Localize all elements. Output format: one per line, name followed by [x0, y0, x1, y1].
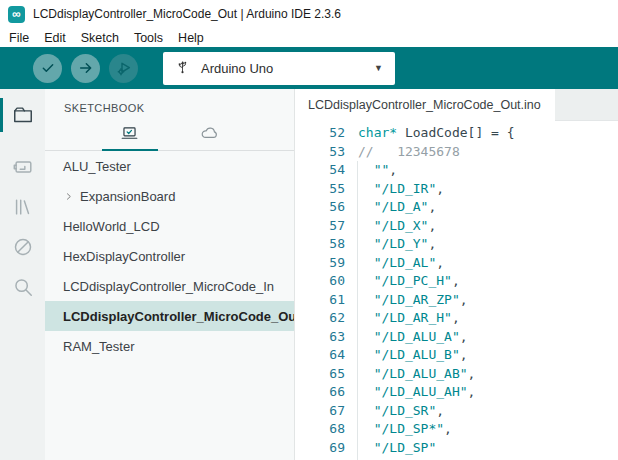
menu-sketch[interactable]: Sketch: [81, 31, 119, 45]
code-line[interactable]: 64 "/LD_ALU_B",: [295, 346, 618, 365]
code-line[interactable]: 55 "/LD_IR",: [295, 180, 618, 199]
sketch-item-ALU_Tester[interactable]: ALU_Tester: [45, 151, 294, 181]
code-text: "/LD_PC_H",: [345, 272, 460, 291]
window-title: LCDdisplayController_MicroCode_Out | Ard…: [33, 7, 341, 21]
code-editor[interactable]: 52char* LoadCode[] = {53// 1234567854 ""…: [295, 121, 618, 460]
editor-tab-active[interactable]: LCDdisplayController_MicroCode_Out.ino: [295, 89, 555, 121]
code-text: "/LD_ALU_AH",: [345, 383, 475, 402]
activity-debug[interactable]: [0, 227, 45, 267]
code-text: char* LoadCode[] = {: [345, 124, 515, 143]
activity-boards-manager[interactable]: [0, 147, 45, 187]
line-number: 68: [295, 420, 345, 439]
sketch-list: ALU_TesterExpansionBoardHelloWorld_LCDHe…: [45, 151, 294, 460]
upload-button[interactable]: [71, 54, 100, 83]
search-icon: [12, 276, 34, 298]
code-text: "/LD_SP": [345, 439, 436, 458]
sketch-item-ExpansionBoard[interactable]: ExpansionBoard: [45, 181, 294, 211]
sketchbook-panel: SKETCHBOOK ALU_TesterExpansionBoardHello…: [45, 89, 295, 460]
code-text: "/LD_ALU_B",: [345, 346, 468, 365]
editor-tab-bar: LCDdisplayController_MicroCode_Out.ino: [295, 89, 618, 121]
line-number: 66: [295, 383, 345, 402]
code-line[interactable]: 69 "/LD_SP": [295, 439, 618, 458]
code-line[interactable]: 62 "/LD_AR_H",: [295, 309, 618, 328]
code-text: "/LD_SR",: [345, 402, 444, 421]
code-text: "/LD_A",: [345, 198, 436, 217]
caret-down-icon: ▼: [374, 63, 383, 73]
sketch-item-label: HelloWorld_LCD: [63, 219, 160, 234]
sketchbook-tabs: [45, 116, 294, 151]
line-number: 59: [295, 254, 345, 273]
code-text: "/LD_AR_ZP",: [345, 291, 468, 310]
tab-cloud-sketchbook[interactable]: [170, 116, 250, 150]
laptop-icon: [120, 124, 139, 143]
code-line[interactable]: 53// 12345678: [295, 143, 618, 162]
line-number: 69: [295, 439, 345, 458]
menu-edit[interactable]: Edit: [44, 31, 66, 45]
line-number: 61: [295, 291, 345, 310]
code-line[interactable]: 67 "/LD_SR",: [295, 402, 618, 421]
sketch-item-LCDdisplayController_MicroCode_In[interactable]: LCDdisplayController_MicroCode_In: [45, 271, 294, 301]
library-icon: [12, 196, 34, 218]
sketch-item-label: ExpansionBoard: [80, 189, 175, 204]
code-text: // 12345678: [345, 143, 460, 162]
main-area: SKETCHBOOK ALU_TesterExpansionBoardHello…: [0, 89, 618, 460]
code-line[interactable]: 61 "/LD_AR_ZP",: [295, 291, 618, 310]
toolbar-buttons: [33, 54, 147, 83]
sketch-item-LCDdisplayController_MicroCode_Out[interactable]: LCDdisplayController_MicroCode_Out: [45, 301, 294, 331]
activity-search[interactable]: [0, 267, 45, 307]
debug-button[interactable]: [109, 54, 138, 83]
line-number: 63: [295, 328, 345, 347]
code-line[interactable]: 68 "/LD_SP*",: [295, 420, 618, 439]
code-line[interactable]: 66 "/LD_ALU_AH",: [295, 383, 618, 402]
board-icon: [12, 156, 34, 178]
menu-help[interactable]: Help: [178, 31, 204, 45]
menu-tools[interactable]: Tools: [134, 31, 163, 45]
line-number: 65: [295, 365, 345, 384]
code-text: "/LD_IR",: [345, 180, 444, 199]
line-number: 60: [295, 272, 345, 291]
menu-file[interactable]: File: [9, 31, 29, 45]
board-selector-dropdown[interactable]: Arduino Uno ▼: [163, 52, 395, 85]
sketch-item-label: RAM_Tester: [63, 339, 135, 354]
arduino-infinity-icon: ∞: [8, 6, 25, 23]
code-line[interactable]: 59 "/LD_AL",: [295, 254, 618, 273]
sketch-item-HelloWorld_LCD[interactable]: HelloWorld_LCD: [45, 211, 294, 241]
sketch-item-RAM_Tester[interactable]: RAM_Tester: [45, 331, 294, 361]
toolbar: Arduino Uno ▼: [0, 47, 618, 89]
code-line[interactable]: 56 "/LD_A",: [295, 198, 618, 217]
code-line[interactable]: 58 "/LD_Y",: [295, 235, 618, 254]
activity-sketchbook[interactable]: [0, 95, 45, 135]
code-line[interactable]: 65 "/LD_ALU_AB",: [295, 365, 618, 384]
sketch-item-HexDisplayController[interactable]: HexDisplayController: [45, 241, 294, 271]
code-text: "",: [345, 161, 397, 180]
code-text: "/LD_AL",: [345, 254, 444, 273]
activity-library-manager[interactable]: [0, 187, 45, 227]
indent-guide: [357, 161, 358, 460]
line-number: 57: [295, 217, 345, 236]
line-number: 52: [295, 124, 345, 143]
line-number: 56: [295, 198, 345, 217]
arrow-right-icon: [78, 60, 94, 76]
folder-icon: [12, 104, 34, 126]
tab-local-sketchbook[interactable]: [90, 116, 170, 150]
chevron-right-icon: [63, 191, 80, 202]
code-line[interactable]: 57 "/LD_X",: [295, 217, 618, 236]
code-line[interactable]: 63 "/LD_ALU_A",: [295, 328, 618, 347]
code-text: "/LD_Y",: [345, 235, 436, 254]
code-text: "/LD_ALU_A",: [345, 328, 468, 347]
line-number: 54: [295, 161, 345, 180]
code-text: "/LD_SP*",: [345, 420, 452, 439]
verify-button[interactable]: [33, 54, 62, 83]
code-line[interactable]: 52char* LoadCode[] = {: [295, 124, 618, 143]
cloud-icon: [200, 124, 219, 143]
line-number: 53: [295, 143, 345, 162]
code-text: "/LD_ALU_AB",: [345, 365, 475, 384]
line-number: 58: [295, 235, 345, 254]
menu-bar: FileEditSketchToolsHelp: [0, 28, 618, 47]
sketch-item-label: LCDdisplayController_MicroCode_In: [63, 279, 274, 294]
code-line[interactable]: 54 "",: [295, 161, 618, 180]
usb-icon: [175, 58, 190, 79]
editor-area: LCDdisplayController_MicroCode_Out.ino 5…: [295, 89, 618, 460]
code-line[interactable]: 60 "/LD_PC_H",: [295, 272, 618, 291]
line-number: 55: [295, 180, 345, 199]
